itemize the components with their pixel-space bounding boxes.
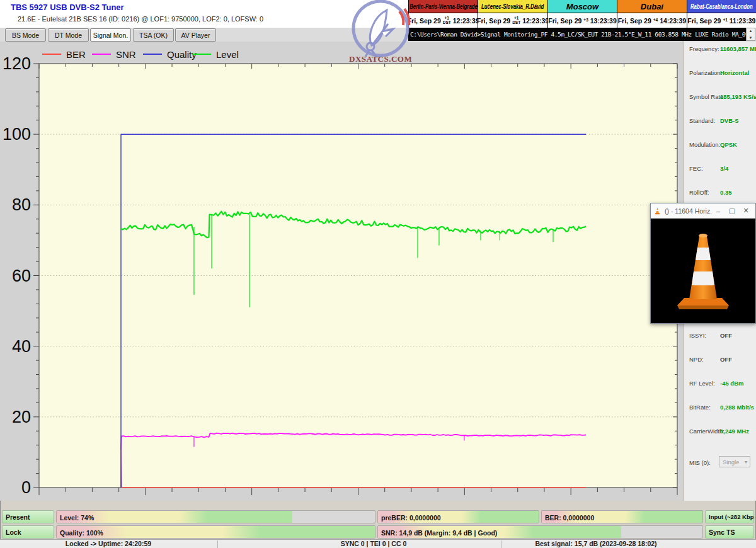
vlc-window: () - 11604 Horiz... – ▢ ✕ (650, 203, 756, 324)
close-button[interactable]: ✕ (739, 207, 753, 215)
utc-offset: +1 (723, 18, 727, 23)
clock-city-label: Rabat-Casablanca-London (690, 3, 753, 10)
quality-meter: Quality: 100% (56, 525, 375, 539)
indicator-row-1: Present Level: 74% preBER: 0,0000000 BER… (0, 510, 756, 523)
sync-status: SYNC 0 | TEI 0 | CC 0 (341, 540, 407, 547)
param-label: RF Level: (689, 380, 715, 387)
clock-dubai: Dubai Fri, Sep 29+414:23:39 (617, 0, 687, 28)
param-value: Horizontal (720, 69, 749, 76)
maximize-button[interactable]: ▢ (725, 207, 739, 215)
tuner-subtitle: 21.6E - Eutelsat 21B SES 16 (ID: 0216) @… (18, 15, 263, 23)
indicator-row-2: Lock Quality: 100% SNR: 14,9 dB (Margin:… (0, 525, 756, 539)
uptime-status: Locked -> Uptime: 24:20:59 (66, 540, 151, 547)
param-value: OFF (720, 356, 732, 363)
quality-line-swatch (143, 54, 162, 55)
param-value: 0,288 Mbit/s (720, 404, 754, 411)
svg-text:20: 20 (12, 408, 31, 426)
level-line-swatch (192, 54, 211, 55)
clock-time-value: 13:23:39 (590, 17, 617, 25)
utc-offset: +3 (583, 18, 588, 23)
vlc-cone-logo (665, 230, 741, 312)
level-meter: Level: 74% (56, 510, 375, 523)
param-value: OFF (720, 332, 732, 339)
dst-flag: DST (512, 21, 520, 25)
scroll-up-icon[interactable]: ▲ (749, 28, 753, 33)
legend-label-level: Level (216, 49, 239, 60)
legend-label-snr: SNR (116, 49, 136, 60)
mis-label: MIS (0): (689, 459, 711, 466)
signal-chart: 020406080100120 (0, 42, 682, 501)
world-clocks: Berlin-Paris-Vienna-Belgrade Fri, Sep 29… (408, 0, 756, 28)
clock-city-label: Moscow (566, 2, 598, 11)
vlc-cone-icon (653, 207, 662, 215)
svg-text:120: 120 (3, 54, 31, 73)
tab-dt-mode[interactable]: DT Mode (48, 28, 89, 42)
clock-date: Fri, Sep 29 (408, 17, 441, 25)
clock-berlin: Berlin-Paris-Vienna-Belgrade Fri, Sep 29… (409, 0, 478, 28)
svg-text:80: 80 (12, 195, 31, 214)
clock-date: Fri, Sep 29 (548, 17, 581, 25)
lock-indicator: Lock (2, 525, 54, 539)
preber-meter: preBER: 0,0000000 (377, 510, 539, 523)
param-value: -45 dBm (720, 380, 743, 387)
signal-chart-panel: 020406080100120 BER SNR Quality Level (0, 42, 682, 501)
console-scrollbar[interactable]: ▲ ▼ (746, 28, 755, 41)
param-label: Modulation: (689, 141, 720, 148)
tab-tsa[interactable]: TSA (OK) (133, 28, 174, 42)
best-signal-status: Best signal: 15,7 dB (2023-09-28 18:02) (535, 540, 656, 547)
clock-date: Fri, Sep 29 (687, 17, 721, 25)
clock-city-label: Berlin-Paris-Vienna-Belgrade (410, 3, 478, 10)
clock-city-label: Lučenec-Slovakia_R.Dávid (481, 3, 544, 10)
legend-label-ber: BER (66, 49, 86, 60)
app-window: TBS 5927 USB DVB-S2 Tuner 21.6E - Eutels… (0, 0, 756, 548)
ber-meter: BER: 0,0000000 (541, 510, 703, 523)
mis-dropdown[interactable]: Single ▾ (719, 456, 750, 467)
utc-offset: +4 (653, 18, 658, 23)
clock-time-value: 14:23:39 (660, 17, 686, 25)
param-label: CarrierWidth: (689, 428, 724, 435)
vlc-title-bar[interactable]: () - 11604 Horiz... – ▢ ✕ (651, 203, 755, 219)
sync-ts-indicator: Sync TS (705, 525, 754, 539)
app-title: TBS 5927 USB DVB-S2 Tuner (11, 3, 124, 12)
param-label: RollOff: (689, 189, 709, 196)
param-label: ISSYI: (689, 332, 706, 339)
clock-date: Fri, Sep 29 (477, 17, 510, 25)
clock-moscow: Moscow Fri, Sep 29+313:23:39 (548, 0, 617, 28)
vlc-window-title: () - 11604 Horiz... (665, 207, 711, 215)
clock-time-value: 12:23:39 (522, 17, 549, 25)
param-label: Standard: (689, 117, 715, 124)
snr-line-swatch (92, 54, 111, 55)
minimize-button[interactable]: – (711, 207, 725, 215)
clock-rabat: Rabat-Casablanca-London Fri, Sep 29+111:… (687, 0, 756, 28)
input-rate-indicator: Input (~282 Kbps) (705, 510, 754, 523)
present-indicator: Present (2, 510, 54, 523)
param-label: BitRate: (689, 404, 711, 411)
param-label: NPD: (689, 356, 704, 363)
clock-lucenec: Lučenec-Slovakia_R.Dávid Fri, Sep 29+1DS… (478, 0, 547, 28)
param-label: Frequency: (689, 45, 719, 52)
console-title-bar: C:\Users\Roman Dávid>Signal Monitoring_P… (408, 28, 746, 41)
svg-text:60: 60 (12, 266, 31, 285)
clock-time-value: 11:23:39 (730, 17, 755, 25)
svg-text:40: 40 (12, 337, 31, 356)
clock-city-label: Dubai (641, 2, 663, 11)
snr-meter: SNR: 14,9 dB (Margin: 9,4 dB | Good) (377, 525, 703, 539)
status-bar: Locked -> Uptime: 24:20:59 SYNC 0 | TEI … (0, 539, 756, 548)
param-value: 11603,857 MHz (720, 45, 756, 52)
param-value: 3/4 (720, 165, 728, 172)
chevron-down-icon: ▾ (745, 459, 747, 465)
svg-text:100: 100 (3, 125, 31, 144)
scroll-down-icon[interactable]: ▼ (749, 35, 753, 40)
param-value: 0,249 MHz (720, 428, 749, 435)
tab-bs-mode[interactable]: BS Mode (5, 28, 46, 42)
clock-date: Fri, Sep 29 (618, 17, 651, 25)
param-value: 185,193 KS/s (720, 93, 756, 100)
param-value: QPSK (720, 141, 737, 148)
param-value: 0.35 (720, 189, 732, 196)
tab-signal-mon[interactable]: Signal Mon. (90, 28, 131, 42)
clock-time-value: 12:23:39 (453, 17, 479, 25)
tab-av-player[interactable]: AV Player (175, 28, 216, 42)
vlc-video-area (651, 219, 755, 323)
ber-line-swatch (42, 54, 61, 55)
mis-value: Single (723, 459, 739, 465)
